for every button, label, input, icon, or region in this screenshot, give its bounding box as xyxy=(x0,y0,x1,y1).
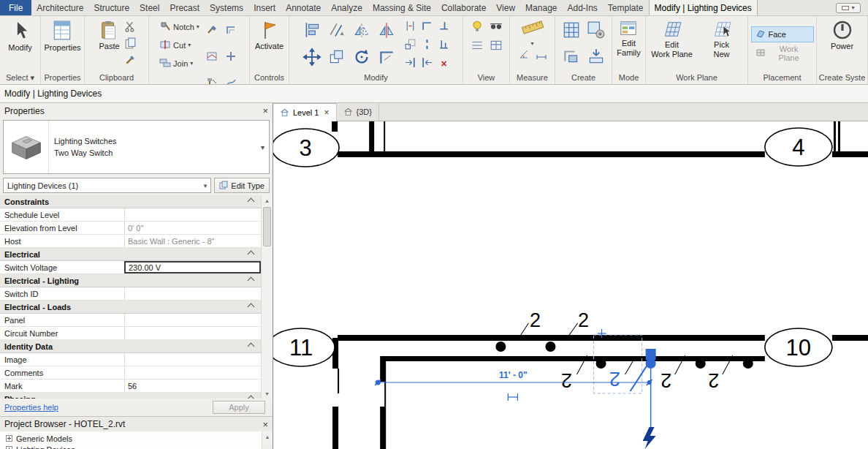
ribbon-tab-add-ins[interactable]: Add-Ins xyxy=(562,0,602,15)
property-section-constraints[interactable]: Constraints xyxy=(0,195,261,208)
dimension-grip[interactable] xyxy=(376,380,380,385)
view-tab-3d[interactable]: {3D} xyxy=(337,103,379,121)
aligned-dimension-icon[interactable] xyxy=(536,48,547,62)
trim-single-icon[interactable] xyxy=(438,20,450,34)
align-icon[interactable] xyxy=(302,20,321,42)
create-similar-icon[interactable] xyxy=(587,20,606,42)
switch-annotation[interactable]: 2 xyxy=(561,369,572,391)
close-icon[interactable]: × xyxy=(324,107,329,118)
edit-family-button[interactable]: Edit Family xyxy=(615,18,642,59)
light-fixture[interactable] xyxy=(696,358,706,369)
ribbon-tab-massing-site[interactable]: Massing & Site xyxy=(368,0,436,15)
property-section-identity-data[interactable]: Identity Data xyxy=(0,340,261,353)
work-plane-placement-button[interactable]: Work Plane xyxy=(751,45,814,61)
selected-lighting-switch[interactable] xyxy=(594,329,656,449)
panel-label-modify[interactable]: Modify xyxy=(289,72,462,84)
angular-measure-icon[interactable] xyxy=(518,48,530,62)
panel-label-clipboard[interactable]: Clipboard xyxy=(85,72,148,84)
panel-label-select[interactable]: Select ▾ xyxy=(0,72,40,84)
trim-extend-icon[interactable] xyxy=(377,48,396,69)
split-face-icon[interactable] xyxy=(206,50,218,64)
create-group-icon[interactable] xyxy=(562,20,581,42)
close-icon[interactable]: × xyxy=(262,419,268,430)
ribbon-tab-systems[interactable]: Systems xyxy=(205,0,248,15)
edit-type-button[interactable]: Edit Type xyxy=(214,178,270,193)
face-button[interactable]: Face xyxy=(751,26,814,42)
drawing-viewport[interactable]: 341110 xyxy=(273,121,868,449)
expand-icon[interactable] xyxy=(6,435,12,442)
property-value[interactable] xyxy=(124,287,261,300)
create-assembly-icon[interactable] xyxy=(562,47,581,68)
panel-label-mode[interactable]: Mode xyxy=(612,72,645,84)
cut-geometry-button[interactable]: Cut▾ xyxy=(158,36,201,54)
switch-annotation[interactable]: 2 xyxy=(530,309,541,331)
collapse-icon[interactable] xyxy=(248,198,255,205)
offset-icon[interactable] xyxy=(327,20,346,42)
rotate-icon[interactable] xyxy=(352,48,371,69)
split-element-icon[interactable] xyxy=(404,20,416,34)
dimension-text[interactable]: 11' - 0" xyxy=(499,370,528,380)
copy-to-clipboard-icon[interactable] xyxy=(124,37,136,51)
move-icon[interactable] xyxy=(302,48,321,69)
notch-button[interactable]: Notch▾ xyxy=(158,18,201,36)
split-gap-icon[interactable] xyxy=(421,38,433,53)
ribbon-tab-annotate[interactable]: Annotate xyxy=(281,0,326,15)
browser-scrollbar[interactable]: ▲ xyxy=(262,431,273,449)
chevron-down-icon[interactable]: ▾ xyxy=(261,143,264,151)
switch-body[interactable] xyxy=(646,349,656,360)
thin-lines-icon[interactable] xyxy=(471,39,484,54)
tree-item-lighting-devices[interactable]: Lighting Devices xyxy=(0,444,262,449)
power-button[interactable]: Power xyxy=(829,18,855,52)
ribbon-tab-collaborate[interactable]: Collaborate xyxy=(436,0,491,15)
ribbon-tab-modify-lighting-devices[interactable]: Modify | Lighting Devices xyxy=(649,0,758,15)
properties-scrollbar[interactable]: ▲ ▼ xyxy=(261,195,273,399)
power-connection-icon[interactable] xyxy=(643,427,656,449)
scroll-up-icon[interactable]: ▲ xyxy=(262,195,273,205)
ribbon-tab-insert[interactable]: Insert xyxy=(248,0,281,15)
property-section-electrical-loads[interactable]: Electrical - Loads xyxy=(0,301,261,314)
copy-icon[interactable] xyxy=(327,48,346,69)
property-section-phasing[interactable]: Phasing xyxy=(0,393,261,399)
collapse-icon[interactable] xyxy=(248,343,255,350)
match-type-properties-icon[interactable] xyxy=(124,54,136,68)
edit-work-plane-button[interactable]: Edit Work Plane xyxy=(649,18,696,60)
close-icon[interactable]: × xyxy=(262,105,268,116)
properties-help-link[interactable]: Properties help xyxy=(4,403,58,412)
collapse-icon[interactable] xyxy=(248,251,255,258)
property-value[interactable]: Basic Wall : Generic - 8" xyxy=(124,235,261,247)
light-fixture[interactable] xyxy=(596,358,606,369)
property-value[interactable] xyxy=(124,327,261,339)
trim-corner-icon[interactable] xyxy=(421,20,433,34)
switch-annotation[interactable]: 2 xyxy=(660,369,671,391)
dimension-grip[interactable] xyxy=(647,381,651,385)
measure-icon[interactable] xyxy=(520,18,545,39)
property-value[interactable]: 0' 0" xyxy=(124,222,261,234)
light-fixture[interactable] xyxy=(545,342,555,352)
activate-button[interactable]: Activate xyxy=(254,18,285,52)
scrollbar-thumb[interactable] xyxy=(263,207,271,246)
mirror-pick-axis-icon[interactable] xyxy=(352,20,371,42)
mirror-draw-axis-icon[interactable] xyxy=(377,20,396,42)
pick-new-work-plane-button[interactable]: Pick New xyxy=(698,18,745,60)
scale-icon[interactable] xyxy=(404,38,416,53)
ribbon-display-toggle[interactable]: ▾ xyxy=(836,3,861,13)
cut-to-clipboard-icon[interactable] xyxy=(124,20,136,34)
expand-icon[interactable] xyxy=(6,446,12,449)
panel-label-placement[interactable]: Placement xyxy=(748,72,816,84)
switch-annotation[interactable]: 2 xyxy=(578,309,589,331)
panel-label-work-plane[interactable]: Work Plane xyxy=(646,72,747,84)
ribbon-tab-analyze[interactable]: Analyze xyxy=(326,0,368,15)
property-value[interactable]: 230.00 V xyxy=(124,261,261,273)
light-fixture[interactable] xyxy=(743,358,753,369)
property-value[interactable] xyxy=(124,366,261,379)
apply-button[interactable]: Apply xyxy=(213,401,265,414)
ribbon-tab-precast[interactable]: Precast xyxy=(164,0,205,15)
collapse-icon[interactable] xyxy=(248,277,255,284)
property-section-electrical-lighting[interactable]: Electrical - Lighting xyxy=(0,274,261,287)
ribbon-tab-manage[interactable]: Manage xyxy=(520,0,562,15)
switch-annotation[interactable]: 2 xyxy=(708,369,719,391)
switch-annotation[interactable]: 2 xyxy=(609,368,620,390)
chevron-down-icon[interactable]: ▾ xyxy=(530,40,533,47)
panel-label-create-systems[interactable]: Create Syste xyxy=(817,72,867,84)
delete-icon[interactable]: × xyxy=(441,59,446,69)
